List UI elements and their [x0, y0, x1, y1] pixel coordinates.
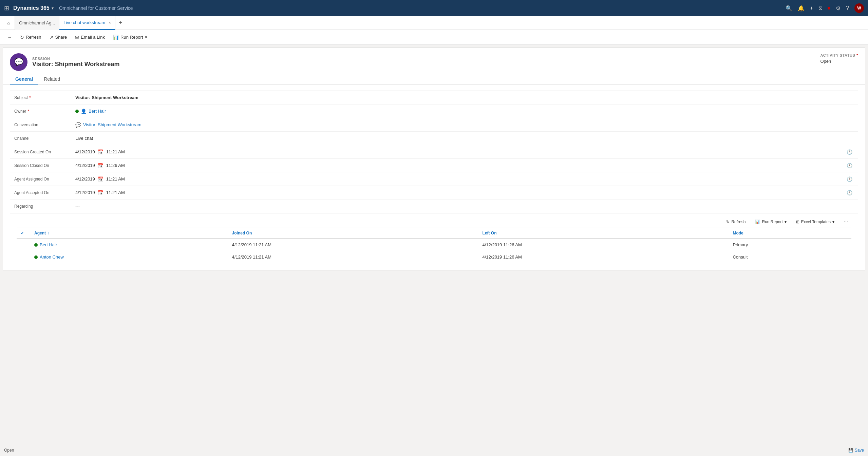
mode-column-header[interactable]: Mode	[729, 228, 851, 239]
run-report-chevron-icon: ▾	[145, 35, 147, 40]
owner-value[interactable]: 👤 Bert Hair	[75, 109, 854, 114]
subgrid-run-report-chevron-icon: ▾	[785, 220, 787, 224]
agent-accepted-on-calendar-icon[interactable]: 📅	[98, 190, 103, 195]
record-header-right: Activity Status * Open	[820, 53, 858, 64]
agent-accepted-on-date[interactable]: 4/12/2019	[75, 190, 95, 195]
session-closed-on-value: 4/12/2019 📅 11:26 AM 🕐	[75, 163, 854, 168]
session-created-on-clock-icon[interactable]: 🕐	[847, 149, 852, 155]
mode-cell: Primary	[729, 239, 851, 251]
run-report-icon: 📊	[113, 35, 119, 40]
subgrid-more-icon: ⋯	[844, 220, 848, 224]
status-indicator	[828, 7, 830, 10]
filter-icon[interactable]: ⧖	[818, 5, 822, 11]
regarding-value: ---	[75, 204, 854, 209]
subgrid-refresh-icon: ↻	[726, 220, 730, 224]
row-checkbox[interactable]	[17, 239, 30, 251]
channel-value: Live chat	[75, 136, 854, 141]
agent-column-header[interactable]: Agent ↑	[30, 228, 228, 239]
session-closed-on-clock-icon[interactable]: 🕐	[847, 163, 852, 168]
subject-label: Subject *	[14, 95, 75, 100]
left-on-column-header[interactable]: Left On	[478, 228, 729, 239]
refresh-icon: ↻	[20, 35, 24, 40]
home-tab[interactable]: ⌂	[3, 16, 15, 30]
notifications-icon[interactable]: 🔔	[798, 5, 805, 12]
agent-name-link[interactable]: Bert Hair	[34, 242, 224, 247]
refresh-button[interactable]: ↻ Refresh	[17, 33, 45, 41]
add-icon[interactable]: +	[810, 5, 813, 11]
agent-assigned-on-date[interactable]: 4/12/2019	[75, 176, 95, 182]
search-icon[interactable]: 🔍	[786, 5, 792, 12]
row-checkbox[interactable]	[17, 251, 30, 263]
session-icon: 💬	[14, 58, 23, 66]
activity-status-value: Open	[820, 59, 858, 64]
left-on-cell: 4/12/2019 11:26 AM	[478, 251, 729, 263]
tab-livechat-close-icon[interactable]: ×	[109, 21, 111, 25]
tab-related[interactable]: Related	[38, 74, 65, 85]
run-report-button[interactable]: 📊 Run Report ▾	[110, 33, 150, 41]
owner-link[interactable]: Bert Hair	[89, 109, 106, 114]
subgrid-more-button[interactable]: ⋯	[841, 218, 851, 226]
top-navigation: ⊞ Dynamics 365 ▾ Omnichannel for Custome…	[0, 0, 868, 16]
agent-assigned-on-time[interactable]: 11:21 AM	[106, 176, 125, 182]
subgrid-run-report-button[interactable]: 📊 Run Report ▾	[752, 218, 790, 226]
tab-bar: ⌂ Omnichannel Ag... Live chat workstream…	[0, 16, 868, 30]
session-created-on-calendar-icon[interactable]: 📅	[98, 149, 103, 155]
subgrid-run-report-icon: 📊	[755, 220, 760, 224]
subgrid-refresh-label: Refresh	[731, 220, 746, 224]
agent-assigned-on-label: Agent Assigned On	[14, 177, 75, 182]
agents-table: ✓ Agent ↑ Joined On Left On	[17, 228, 851, 263]
email-icon: ✉	[75, 35, 79, 40]
conversation-value[interactable]: 💬 Visitor: Shipment Workstream	[75, 122, 854, 128]
conversation-link[interactable]: Visitor: Shipment Workstream	[83, 122, 141, 127]
session-closed-on-label: Session Closed On	[14, 163, 75, 168]
session-closed-on-time[interactable]: 11:26 AM	[106, 163, 125, 168]
top-nav-right: 🔍 🔔 + ⧖ ⚙ ? W	[786, 3, 864, 13]
tab-omnichannel[interactable]: Omnichannel Ag...	[15, 16, 59, 30]
activity-status-required-star: *	[856, 53, 858, 57]
user-avatar[interactable]: W	[854, 3, 864, 13]
agent-name-link[interactable]: Anton Chew	[34, 254, 224, 260]
app-title-chevron-icon[interactable]: ▾	[52, 6, 54, 11]
joined-on-cell: 4/12/2019 11:21 AM	[228, 239, 478, 251]
subgrid-excel-chevron-icon: ▾	[832, 220, 834, 224]
agent-assigned-on-clock-icon[interactable]: 🕐	[847, 176, 852, 182]
email-link-button[interactable]: ✉ Email a Link	[72, 33, 108, 41]
subgrid-excel-templates-button[interactable]: ⊞ Excel Templates ▾	[793, 218, 838, 226]
session-created-on-label: Session Created On	[14, 150, 75, 154]
activity-status-label: Activity Status *	[820, 53, 858, 57]
agent-accepted-on-label: Agent Accepted On	[14, 190, 75, 195]
session-created-on-date[interactable]: 4/12/2019	[75, 149, 95, 154]
agent-accepted-on-time[interactable]: 11:21 AM	[106, 190, 125, 195]
add-tab-button[interactable]: +	[115, 16, 126, 30]
joined-on-column-header[interactable]: Joined On	[228, 228, 478, 239]
agent-assigned-on-calendar-icon[interactable]: 📅	[98, 176, 103, 182]
select-all-header[interactable]: ✓	[17, 228, 30, 239]
session-closed-on-date[interactable]: 4/12/2019	[75, 163, 95, 168]
tab-livechat[interactable]: Live chat workstream ×	[59, 16, 115, 30]
session-closed-on-calendar-icon[interactable]: 📅	[98, 163, 103, 168]
agent-accepted-on-clock-icon[interactable]: 🕐	[847, 190, 852, 195]
form-content: Subject * Visitor: Shipment Workstream O…	[3, 91, 865, 270]
settings-icon[interactable]: ⚙	[836, 5, 841, 12]
session-closed-on-row: Session Closed On 4/12/2019 📅 11:26 AM 🕐	[10, 159, 858, 172]
session-created-on-time[interactable]: 11:21 AM	[106, 149, 125, 154]
email-label: Email a Link	[81, 35, 105, 40]
subject-value[interactable]: Visitor: Shipment Workstream	[75, 95, 854, 100]
record-icon: 💬	[10, 53, 27, 71]
back-button[interactable]: ←	[4, 33, 15, 41]
conversation-icon: 💬	[75, 122, 81, 128]
agent-assigned-on-row: Agent Assigned On 4/12/2019 📅 11:21 AM 🕐	[10, 172, 858, 186]
help-icon[interactable]: ?	[846, 5, 849, 11]
grid-menu-icon[interactable]: ⊞	[4, 4, 9, 12]
record-header-left: 💬 SESSION Visitor: Shipment Workstream	[10, 53, 119, 71]
subgrid-refresh-button[interactable]: ↻ Refresh	[723, 218, 749, 226]
tab-omnichannel-label: Omnichannel Ag...	[19, 20, 55, 25]
check-icon: ✓	[21, 231, 24, 235]
owner-required-star: *	[27, 109, 29, 114]
record-title: Visitor: Shipment Workstream	[32, 61, 119, 68]
agent-sort-icon: ↑	[48, 231, 49, 235]
record-meta: SESSION Visitor: Shipment Workstream	[32, 57, 119, 68]
share-button[interactable]: ↗ Share	[46, 33, 71, 41]
tab-general[interactable]: General	[10, 74, 38, 85]
subgrid-toolbar: ↻ Refresh 📊 Run Report ▾ ⊞ Excel Templat…	[17, 216, 851, 228]
